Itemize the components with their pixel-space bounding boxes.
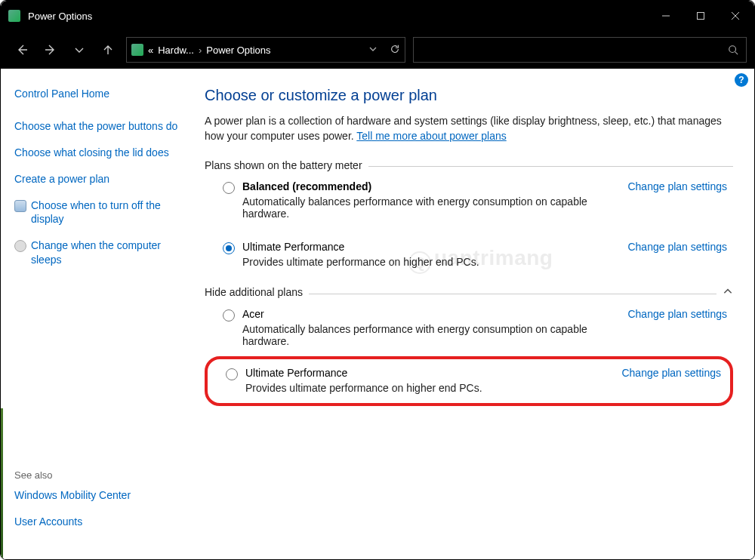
sidebar-link-computer-sleeps[interactable]: Change when the computer sleeps — [31, 238, 183, 267]
address-bar[interactable]: « Hardw... › Power Options — [126, 37, 405, 63]
radio-acer[interactable] — [223, 309, 235, 322]
radio-balanced[interactable] — [223, 182, 235, 194]
control-panel-home-link[interactable]: Control Panel Home — [14, 87, 183, 101]
section-additional-plans[interactable]: Hide additional plans — [205, 286, 733, 299]
sidebar-link-turn-off-display[interactable]: Choose when to turn off the display — [31, 198, 183, 227]
section-battery-meter-label: Plans shown on the battery meter — [205, 159, 362, 171]
see-also-heading: See also — [14, 469, 183, 481]
up-button[interactable] — [94, 36, 122, 63]
intro-text: A power plan is a collection of hardware… — [205, 113, 726, 144]
radio-ultimate-1[interactable] — [223, 242, 235, 254]
forward-button[interactable] — [37, 36, 64, 63]
change-settings-balanced[interactable]: Change plan settings — [627, 180, 727, 192]
change-settings-ultimate-2[interactable]: Change plan settings — [621, 367, 721, 379]
plan-balanced: Balanced (recommended) Automatically bal… — [205, 171, 733, 223]
title-bar: Power Options — [1, 1, 754, 31]
change-settings-ultimate-1[interactable]: Change plan settings — [627, 241, 727, 253]
sidebar-item-turn-off-display: Choose when to turn off the display — [14, 198, 183, 227]
plan-balanced-name[interactable]: Balanced (recommended) — [242, 180, 620, 192]
collapse-chevron-icon[interactable] — [723, 286, 733, 299]
plan-acer-name[interactable]: Acer — [242, 308, 620, 320]
minimize-button[interactable] — [649, 1, 683, 31]
learn-more-link[interactable]: Tell me more about power plans — [356, 130, 506, 142]
svg-line-5 — [735, 52, 738, 55]
breadcrumb-hardware[interactable]: Hardw... — [158, 45, 194, 56]
content-area: ? Control Panel Home Choose what the pow… — [1, 69, 754, 559]
breadcrumb-sep: › — [199, 45, 202, 56]
radio-ultimate-2[interactable] — [226, 368, 238, 380]
breadcrumb-pre: « — [148, 45, 153, 56]
plan-acer-desc: Automatically balances performance with … — [242, 323, 620, 347]
recent-dropdown[interactable] — [66, 36, 93, 63]
plan-ultimate-2-name[interactable]: Ultimate Performance — [245, 367, 614, 379]
svg-rect-1 — [698, 13, 704, 20]
section-battery-meter: Plans shown on the battery meter — [205, 159, 733, 171]
plan-balanced-desc: Automatically balances performance with … — [242, 195, 620, 220]
back-button[interactable] — [8, 36, 35, 63]
search-box[interactable] — [413, 37, 747, 63]
main-panel: Quantrimang Choose or customize a power … — [197, 69, 754, 559]
sidebar-item-computer-sleeps: Change when the computer sleeps — [14, 238, 183, 267]
window-title: Power Options — [28, 11, 649, 22]
location-icon — [131, 44, 143, 56]
plan-ultimate-1-desc: Provides ultimate performance on higher … — [242, 256, 620, 268]
wallpaper-edge — [0, 408, 3, 559]
plan-ultimate-1-name[interactable]: Ultimate Performance — [242, 241, 620, 253]
plan-ultimate-2-desc: Provides ultimate performance on higher … — [245, 382, 614, 394]
maximize-button[interactable] — [683, 1, 718, 31]
plan-ultimate-2: Ultimate Performance Provides ultimate p… — [211, 361, 727, 397]
plan-acer: Acer Automatically balances performance … — [205, 299, 733, 350]
monitor-icon — [14, 200, 26, 212]
page-heading: Choose or customize a power plan — [205, 87, 733, 104]
breadcrumb-power-options[interactable]: Power Options — [206, 45, 270, 56]
highlighted-plan-box: Ultimate Performance Provides ultimate p… — [205, 356, 733, 406]
see-also-mobility-center[interactable]: Windows Mobility Center — [14, 488, 183, 503]
plan-ultimate-1: Ultimate Performance Provides ultimate p… — [205, 232, 733, 271]
search-icon — [728, 45, 738, 55]
window-controls — [649, 1, 753, 31]
section-additional-plans-label: Hide additional plans — [205, 286, 303, 298]
nav-bar: « Hardw... › Power Options — [1, 31, 754, 69]
change-settings-acer[interactable]: Change plan settings — [627, 308, 727, 320]
svg-point-4 — [729, 46, 736, 53]
moon-icon — [14, 240, 26, 252]
close-button[interactable] — [718, 1, 753, 31]
sidebar-link-closing-lid[interactable]: Choose what closing the lid does — [14, 146, 183, 160]
app-icon — [8, 10, 20, 22]
sidebar-link-power-buttons[interactable]: Choose what the power buttons do — [14, 119, 183, 134]
sidebar: Control Panel Home Choose what the power… — [1, 69, 197, 559]
sidebar-link-create-plan[interactable]: Create a power plan — [14, 172, 183, 186]
refresh-button[interactable] — [390, 44, 400, 57]
address-dropdown-icon[interactable] — [368, 45, 378, 56]
see-also-user-accounts[interactable]: User Accounts — [14, 515, 183, 529]
